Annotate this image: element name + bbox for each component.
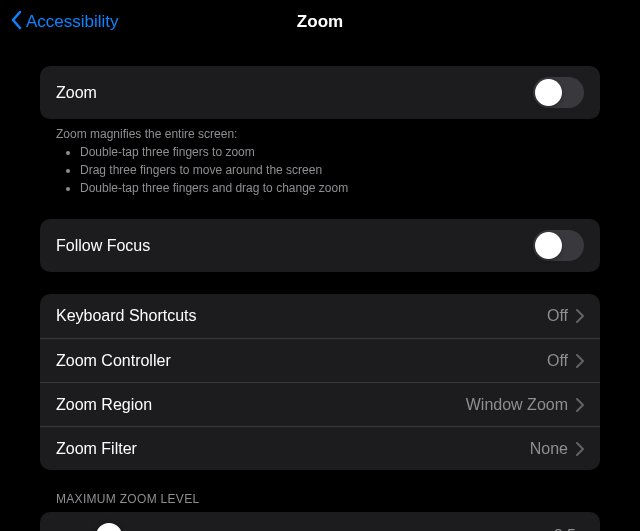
slider-thumb[interactable]	[96, 523, 122, 531]
chevron-left-icon	[10, 10, 22, 35]
chevron-right-icon	[576, 398, 584, 412]
zoom-toggle-row[interactable]: Zoom	[40, 66, 600, 119]
max-zoom-value: 2.5x	[548, 527, 584, 531]
zoom-controller-label: Zoom Controller	[56, 352, 171, 370]
zoom-controller-value: Off	[547, 352, 568, 370]
chevron-right-icon	[576, 309, 584, 323]
zoom-region-row[interactable]: Zoom Region Window Zoom	[40, 382, 600, 426]
zoom-filter-value: None	[530, 440, 568, 458]
chevron-right-icon	[576, 442, 584, 456]
back-label: Accessibility	[26, 12, 119, 32]
chevron-right-icon	[576, 354, 584, 368]
options-group: Keyboard Shortcuts Off Zoom Controller O…	[40, 294, 600, 470]
back-button[interactable]: Accessibility	[10, 10, 119, 35]
zoom-controller-row[interactable]: Zoom Controller Off	[40, 338, 600, 382]
keyboard-shortcuts-row[interactable]: Keyboard Shortcuts Off	[40, 294, 600, 338]
zoom-help-tip: Drag three fingers to move around the sc…	[80, 161, 584, 179]
toggle-knob	[535, 232, 562, 259]
zoom-filter-row[interactable]: Zoom Filter None	[40, 426, 600, 470]
zoom-region-label: Zoom Region	[56, 396, 152, 414]
max-zoom-header: Maximum Zoom Level	[40, 492, 600, 512]
zoom-help-tip: Double-tap three fingers and drag to cha…	[80, 179, 584, 197]
keyboard-shortcuts-label: Keyboard Shortcuts	[56, 307, 197, 325]
zoom-toggle-group: Zoom Zoom magnifies the entire screen: D…	[40, 66, 600, 197]
follow-focus-toggle[interactable]	[533, 230, 584, 261]
max-zoom-slider[interactable]	[56, 522, 534, 531]
toggle-knob	[535, 79, 562, 106]
zoom-help-intro: Zoom magnifies the entire screen:	[56, 125, 584, 143]
zoom-filter-label: Zoom Filter	[56, 440, 137, 458]
page-title: Zoom	[297, 12, 343, 32]
max-zoom-group: Maximum Zoom Level 2.5x	[40, 492, 600, 531]
zoom-region-value: Window Zoom	[466, 396, 568, 414]
navbar: Accessibility Zoom	[0, 0, 640, 44]
follow-focus-label: Follow Focus	[56, 237, 150, 255]
keyboard-shortcuts-value: Off	[547, 307, 568, 325]
content: Zoom Zoom magnifies the entire screen: D…	[0, 66, 640, 531]
zoom-toggle[interactable]	[533, 77, 584, 108]
max-zoom-slider-row: 2.5x	[40, 512, 600, 531]
zoom-help-tip: Double-tap three fingers to zoom	[80, 143, 584, 161]
follow-focus-group: Follow Focus	[40, 219, 600, 272]
zoom-help-text: Zoom magnifies the entire screen: Double…	[40, 119, 600, 197]
zoom-toggle-label: Zoom	[56, 84, 97, 102]
follow-focus-row[interactable]: Follow Focus	[40, 219, 600, 272]
